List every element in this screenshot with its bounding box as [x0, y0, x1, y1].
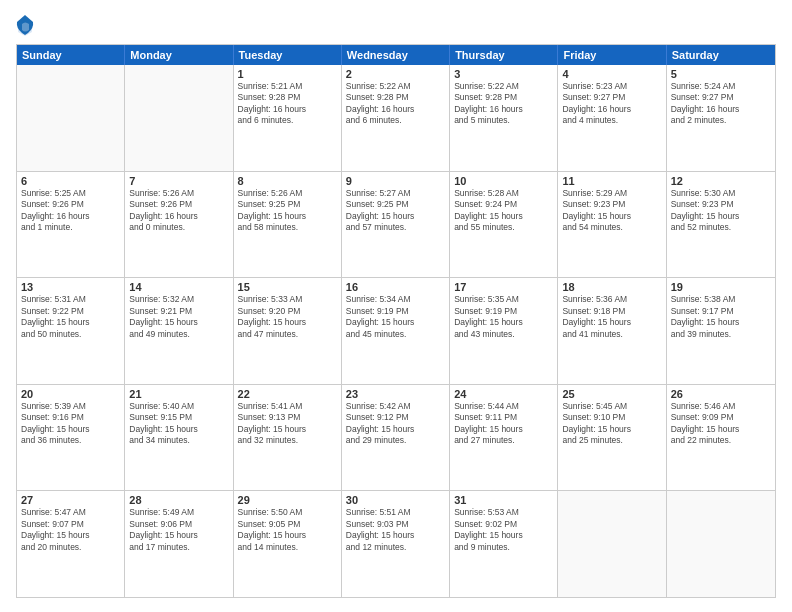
- day-info: Sunrise: 5:38 AM Sunset: 9:17 PM Dayligh…: [671, 294, 771, 340]
- day-cell-3: 3Sunrise: 5:22 AM Sunset: 9:28 PM Daylig…: [450, 65, 558, 171]
- calendar-row-3: 20Sunrise: 5:39 AM Sunset: 9:16 PM Dayli…: [17, 385, 775, 492]
- day-cell-12: 12Sunrise: 5:30 AM Sunset: 9:23 PM Dayli…: [667, 172, 775, 278]
- day-number: 19: [671, 281, 771, 293]
- day-number: 29: [238, 494, 337, 506]
- day-info: Sunrise: 5:50 AM Sunset: 9:05 PM Dayligh…: [238, 507, 337, 553]
- day-number: 30: [346, 494, 445, 506]
- day-number: 11: [562, 175, 661, 187]
- day-info: Sunrise: 5:24 AM Sunset: 9:27 PM Dayligh…: [671, 81, 771, 127]
- calendar-header: SundayMondayTuesdayWednesdayThursdayFrid…: [17, 45, 775, 65]
- weekday-header-sunday: Sunday: [17, 45, 125, 65]
- calendar-row-0: 1Sunrise: 5:21 AM Sunset: 9:28 PM Daylig…: [17, 65, 775, 172]
- day-cell-15: 15Sunrise: 5:33 AM Sunset: 9:20 PM Dayli…: [234, 278, 342, 384]
- day-info: Sunrise: 5:30 AM Sunset: 9:23 PM Dayligh…: [671, 188, 771, 234]
- day-info: Sunrise: 5:41 AM Sunset: 9:13 PM Dayligh…: [238, 401, 337, 447]
- day-cell-1: 1Sunrise: 5:21 AM Sunset: 9:28 PM Daylig…: [234, 65, 342, 171]
- day-cell-8: 8Sunrise: 5:26 AM Sunset: 9:25 PM Daylig…: [234, 172, 342, 278]
- day-cell-26: 26Sunrise: 5:46 AM Sunset: 9:09 PM Dayli…: [667, 385, 775, 491]
- day-info: Sunrise: 5:46 AM Sunset: 9:09 PM Dayligh…: [671, 401, 771, 447]
- day-cell-29: 29Sunrise: 5:50 AM Sunset: 9:05 PM Dayli…: [234, 491, 342, 597]
- day-info: Sunrise: 5:44 AM Sunset: 9:11 PM Dayligh…: [454, 401, 553, 447]
- page: SundayMondayTuesdayWednesdayThursdayFrid…: [0, 0, 792, 612]
- day-cell-30: 30Sunrise: 5:51 AM Sunset: 9:03 PM Dayli…: [342, 491, 450, 597]
- day-number: 23: [346, 388, 445, 400]
- day-cell-16: 16Sunrise: 5:34 AM Sunset: 9:19 PM Dayli…: [342, 278, 450, 384]
- day-cell-14: 14Sunrise: 5:32 AM Sunset: 9:21 PM Dayli…: [125, 278, 233, 384]
- day-number: 5: [671, 68, 771, 80]
- day-number: 12: [671, 175, 771, 187]
- day-number: 6: [21, 175, 120, 187]
- day-cell-7: 7Sunrise: 5:26 AM Sunset: 9:26 PM Daylig…: [125, 172, 233, 278]
- day-info: Sunrise: 5:33 AM Sunset: 9:20 PM Dayligh…: [238, 294, 337, 340]
- day-info: Sunrise: 5:26 AM Sunset: 9:26 PM Dayligh…: [129, 188, 228, 234]
- day-cell-23: 23Sunrise: 5:42 AM Sunset: 9:12 PM Dayli…: [342, 385, 450, 491]
- day-cell-2: 2Sunrise: 5:22 AM Sunset: 9:28 PM Daylig…: [342, 65, 450, 171]
- logo: [16, 14, 38, 36]
- day-info: Sunrise: 5:47 AM Sunset: 9:07 PM Dayligh…: [21, 507, 120, 553]
- day-info: Sunrise: 5:31 AM Sunset: 9:22 PM Dayligh…: [21, 294, 120, 340]
- day-info: Sunrise: 5:42 AM Sunset: 9:12 PM Dayligh…: [346, 401, 445, 447]
- day-number: 31: [454, 494, 553, 506]
- logo-icon: [16, 14, 34, 36]
- empty-cell-4-5: [558, 491, 666, 597]
- day-cell-22: 22Sunrise: 5:41 AM Sunset: 9:13 PM Dayli…: [234, 385, 342, 491]
- day-info: Sunrise: 5:23 AM Sunset: 9:27 PM Dayligh…: [562, 81, 661, 127]
- day-number: 27: [21, 494, 120, 506]
- day-number: 21: [129, 388, 228, 400]
- weekday-header-friday: Friday: [558, 45, 666, 65]
- day-info: Sunrise: 5:34 AM Sunset: 9:19 PM Dayligh…: [346, 294, 445, 340]
- day-cell-18: 18Sunrise: 5:36 AM Sunset: 9:18 PM Dayli…: [558, 278, 666, 384]
- day-number: 3: [454, 68, 553, 80]
- weekday-header-wednesday: Wednesday: [342, 45, 450, 65]
- day-info: Sunrise: 5:21 AM Sunset: 9:28 PM Dayligh…: [238, 81, 337, 127]
- day-cell-10: 10Sunrise: 5:28 AM Sunset: 9:24 PM Dayli…: [450, 172, 558, 278]
- day-info: Sunrise: 5:35 AM Sunset: 9:19 PM Dayligh…: [454, 294, 553, 340]
- day-cell-5: 5Sunrise: 5:24 AM Sunset: 9:27 PM Daylig…: [667, 65, 775, 171]
- day-cell-11: 11Sunrise: 5:29 AM Sunset: 9:23 PM Dayli…: [558, 172, 666, 278]
- header: [16, 14, 776, 36]
- day-info: Sunrise: 5:27 AM Sunset: 9:25 PM Dayligh…: [346, 188, 445, 234]
- calendar: SundayMondayTuesdayWednesdayThursdayFrid…: [16, 44, 776, 598]
- day-number: 14: [129, 281, 228, 293]
- day-number: 20: [21, 388, 120, 400]
- day-info: Sunrise: 5:22 AM Sunset: 9:28 PM Dayligh…: [454, 81, 553, 127]
- day-number: 8: [238, 175, 337, 187]
- day-number: 28: [129, 494, 228, 506]
- day-number: 1: [238, 68, 337, 80]
- empty-cell-0-0: [17, 65, 125, 171]
- day-info: Sunrise: 5:25 AM Sunset: 9:26 PM Dayligh…: [21, 188, 120, 234]
- day-cell-28: 28Sunrise: 5:49 AM Sunset: 9:06 PM Dayli…: [125, 491, 233, 597]
- day-number: 22: [238, 388, 337, 400]
- day-cell-24: 24Sunrise: 5:44 AM Sunset: 9:11 PM Dayli…: [450, 385, 558, 491]
- day-info: Sunrise: 5:49 AM Sunset: 9:06 PM Dayligh…: [129, 507, 228, 553]
- day-info: Sunrise: 5:32 AM Sunset: 9:21 PM Dayligh…: [129, 294, 228, 340]
- weekday-header-tuesday: Tuesday: [234, 45, 342, 65]
- day-info: Sunrise: 5:45 AM Sunset: 9:10 PM Dayligh…: [562, 401, 661, 447]
- day-number: 25: [562, 388, 661, 400]
- day-info: Sunrise: 5:39 AM Sunset: 9:16 PM Dayligh…: [21, 401, 120, 447]
- day-info: Sunrise: 5:28 AM Sunset: 9:24 PM Dayligh…: [454, 188, 553, 234]
- calendar-row-2: 13Sunrise: 5:31 AM Sunset: 9:22 PM Dayli…: [17, 278, 775, 385]
- day-number: 9: [346, 175, 445, 187]
- day-number: 24: [454, 388, 553, 400]
- day-number: 17: [454, 281, 553, 293]
- calendar-row-4: 27Sunrise: 5:47 AM Sunset: 9:07 PM Dayli…: [17, 491, 775, 597]
- day-info: Sunrise: 5:53 AM Sunset: 9:02 PM Dayligh…: [454, 507, 553, 553]
- day-cell-25: 25Sunrise: 5:45 AM Sunset: 9:10 PM Dayli…: [558, 385, 666, 491]
- day-number: 13: [21, 281, 120, 293]
- day-number: 16: [346, 281, 445, 293]
- day-info: Sunrise: 5:51 AM Sunset: 9:03 PM Dayligh…: [346, 507, 445, 553]
- weekday-header-thursday: Thursday: [450, 45, 558, 65]
- day-cell-13: 13Sunrise: 5:31 AM Sunset: 9:22 PM Dayli…: [17, 278, 125, 384]
- day-cell-6: 6Sunrise: 5:25 AM Sunset: 9:26 PM Daylig…: [17, 172, 125, 278]
- day-number: 26: [671, 388, 771, 400]
- day-number: 7: [129, 175, 228, 187]
- day-number: 4: [562, 68, 661, 80]
- day-number: 10: [454, 175, 553, 187]
- day-info: Sunrise: 5:22 AM Sunset: 9:28 PM Dayligh…: [346, 81, 445, 127]
- day-cell-21: 21Sunrise: 5:40 AM Sunset: 9:15 PM Dayli…: [125, 385, 233, 491]
- calendar-body: 1Sunrise: 5:21 AM Sunset: 9:28 PM Daylig…: [17, 65, 775, 597]
- day-info: Sunrise: 5:26 AM Sunset: 9:25 PM Dayligh…: [238, 188, 337, 234]
- day-info: Sunrise: 5:36 AM Sunset: 9:18 PM Dayligh…: [562, 294, 661, 340]
- day-cell-19: 19Sunrise: 5:38 AM Sunset: 9:17 PM Dayli…: [667, 278, 775, 384]
